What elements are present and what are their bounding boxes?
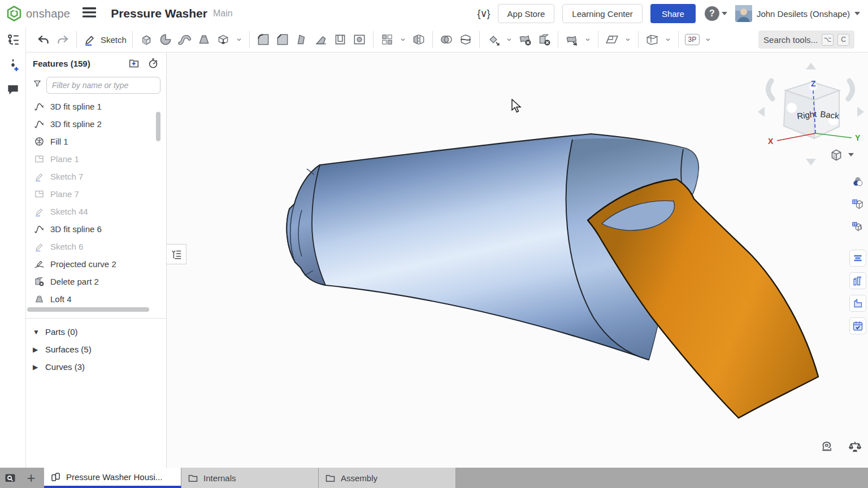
shell-tool[interactable] bbox=[331, 30, 350, 49]
new-tab-button[interactable]: + bbox=[21, 469, 41, 486]
shortcut-key-c: C bbox=[837, 34, 849, 46]
help-icon[interactable]: ? bbox=[705, 6, 719, 21]
feature-item[interactable]: Plane 7 bbox=[26, 185, 166, 203]
workspace-name[interactable]: Main bbox=[213, 8, 233, 19]
rollback-flyout-tab[interactable] bbox=[167, 244, 186, 264]
search-tools-button[interactable]: Search tools... ⌥ C bbox=[758, 30, 854, 49]
hole-tool[interactable] bbox=[350, 30, 369, 49]
release-management-button[interactable] bbox=[849, 317, 866, 334]
toolbar-divider bbox=[132, 31, 133, 48]
sketch2-icon bbox=[33, 171, 45, 182]
features-vertical-scrollbar[interactable] bbox=[156, 112, 160, 141]
feature-item-label: Loft 4 bbox=[50, 294, 72, 304]
transform-tools-menu[interactable] bbox=[503, 30, 515, 49]
graphics-viewport[interactable]: Right Back Z X Y bbox=[167, 53, 868, 468]
search-tabs-button[interactable] bbox=[0, 468, 20, 488]
section-curves[interactable]: ▶Curves (3) bbox=[26, 358, 166, 376]
feature-item[interactable]: Fill 1 bbox=[26, 133, 166, 150]
document-tab[interactable]: Internals bbox=[181, 468, 319, 488]
feature-list-toggle[interactable] bbox=[6, 33, 20, 47]
delete-face-tool[interactable] bbox=[515, 30, 535, 49]
filter-input[interactable] bbox=[46, 77, 160, 94]
delete-part-tool[interactable] bbox=[535, 30, 554, 49]
learning-center-button[interactable]: Learning Center bbox=[562, 4, 643, 23]
feature-item[interactable]: 3D fit spline 6 bbox=[26, 220, 166, 238]
parts-list-button[interactable] bbox=[849, 272, 866, 289]
app-store-button[interactable]: App Store bbox=[498, 4, 555, 23]
rotate-cw-arrow[interactable] bbox=[848, 81, 853, 99]
move-face-tools-menu[interactable] bbox=[581, 30, 594, 49]
split-tool[interactable] bbox=[456, 30, 475, 49]
mirror-tool[interactable] bbox=[409, 30, 428, 49]
surface-tool[interactable] bbox=[643, 30, 662, 49]
help-menu[interactable]: ? bbox=[705, 6, 727, 21]
share-button[interactable]: Share bbox=[650, 4, 696, 23]
feature-statistics-button[interactable] bbox=[147, 57, 159, 69]
move-face-tool[interactable] bbox=[562, 30, 581, 49]
extrude-tool[interactable] bbox=[137, 30, 156, 49]
thicken-tool[interactable] bbox=[214, 30, 233, 49]
plane-tool[interactable] bbox=[602, 30, 622, 49]
document-tab[interactable]: Pressure Washer Housi... bbox=[44, 468, 181, 488]
create-folder-button[interactable] bbox=[128, 57, 140, 69]
view-options-button[interactable] bbox=[829, 147, 854, 162]
draft-tool[interactable] bbox=[292, 30, 311, 49]
three-point-tools-menu[interactable] bbox=[702, 30, 714, 49]
mass-properties-icon[interactable] bbox=[848, 439, 862, 454]
tilt-up-arrow[interactable] bbox=[806, 63, 816, 69]
versions-icon[interactable]: {∨} bbox=[477, 7, 489, 20]
feature-item[interactable]: 3D fit spline 2 bbox=[26, 115, 166, 133]
feature-item[interactable]: Sketch 6 bbox=[26, 238, 166, 255]
linear-pattern-tool[interactable] bbox=[377, 30, 397, 49]
feature-item[interactable]: 3D fit spline 1 bbox=[26, 98, 166, 115]
features-horizontal-scrollbar[interactable] bbox=[27, 307, 164, 313]
boolean-tool[interactable] bbox=[437, 30, 456, 49]
custom-tables-button[interactable] bbox=[849, 250, 866, 267]
rib-tool[interactable] bbox=[311, 30, 331, 49]
feature-item-label: Sketch 44 bbox=[50, 207, 88, 216]
revolve-tool[interactable] bbox=[156, 30, 175, 49]
comments-button[interactable] bbox=[6, 82, 20, 97]
feature-item[interactable]: Plane 1 bbox=[26, 150, 166, 168]
cube-face-back[interactable]: Back bbox=[820, 109, 840, 120]
rotate-ccw-arrow[interactable] bbox=[768, 81, 772, 99]
pattern-tools-menu[interactable] bbox=[397, 30, 409, 49]
feature-item[interactable]: Sketch 7 bbox=[26, 168, 166, 185]
part-properties-button[interactable] bbox=[849, 295, 866, 312]
configurations-button[interactable] bbox=[849, 219, 866, 236]
plane-icon bbox=[605, 32, 619, 47]
pan-left-arrow[interactable] bbox=[758, 107, 765, 117]
three-point-tool[interactable]: 3P bbox=[683, 30, 702, 49]
sketch-tool[interactable]: Sketch bbox=[81, 30, 128, 49]
fillet-tool[interactable] bbox=[254, 30, 273, 49]
versions-history-button[interactable] bbox=[6, 58, 20, 72]
workspace-column: Sketch3P Search tools... ⌥ C Features (1… bbox=[26, 27, 868, 468]
onshape-logo[interactable]: onshape bbox=[7, 6, 70, 21]
boss-tools-menu[interactable] bbox=[233, 30, 245, 49]
chamfer-tool[interactable] bbox=[273, 30, 292, 49]
document-tab[interactable]: Assembly bbox=[319, 468, 456, 488]
measure-tool-icon[interactable] bbox=[821, 439, 835, 454]
sweep-tool[interactable] bbox=[175, 30, 194, 49]
feature-item[interactable]: Projected curve 2 bbox=[26, 255, 166, 273]
user-menu[interactable]: John Desilets (Onshape) bbox=[735, 5, 860, 22]
feature-item[interactable]: Sketch 44 bbox=[26, 203, 166, 220]
tilt-down-arrow[interactable] bbox=[806, 159, 816, 165]
plane-tools-menu[interactable] bbox=[622, 30, 634, 49]
left-rail bbox=[0, 27, 26, 468]
undo-button[interactable] bbox=[34, 30, 53, 49]
surface-tools-menu[interactable] bbox=[662, 30, 674, 49]
main-menu-icon[interactable] bbox=[83, 7, 96, 20]
section-surfaces[interactable]: ▶Surfaces (5) bbox=[26, 341, 166, 358]
filter-icon[interactable] bbox=[33, 79, 42, 91]
section-parts[interactable]: ▼Parts (0) bbox=[26, 323, 166, 341]
transform-tool[interactable] bbox=[484, 30, 503, 49]
named-views-button[interactable] bbox=[849, 197, 866, 213]
feature-item-label: Fill 1 bbox=[50, 137, 68, 146]
feature-item[interactable]: Loft 4 bbox=[26, 290, 166, 307]
appearance-panel-button[interactable] bbox=[849, 174, 866, 191]
redo-button[interactable] bbox=[53, 30, 72, 49]
loft-tool[interactable] bbox=[194, 30, 214, 49]
feature-item[interactable]: Delete part 2 bbox=[26, 273, 166, 290]
pan-right-arrow[interactable] bbox=[857, 107, 864, 117]
